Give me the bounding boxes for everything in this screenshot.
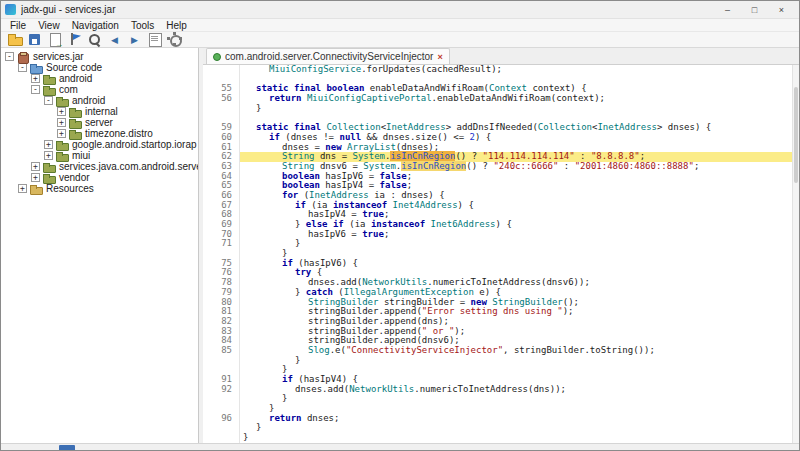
tree-item-timezone-distro[interactable]: +timezone.distro [1,128,198,139]
code-token: InetAddress [309,190,369,200]
expand-icon[interactable]: + [31,74,40,83]
code-token: dns [533,384,549,394]
code-token: { [581,83,586,93]
code-line[interactable]: } [239,239,799,249]
code-token: " or " [422,326,455,336]
expand-icon[interactable]: + [18,184,27,193]
search-icon[interactable] [86,32,103,47]
code-line[interactable]: if (hasIpV6) { [239,259,799,269]
code-row: 67if (ia instanceof Inet4Address) { [203,201,799,211]
search-match-token[interactable]: isInCnRegion [401,161,466,171]
log-viewer-icon[interactable] [146,32,163,47]
code-token: true [362,209,384,219]
tree-item-google-android-startop-iorap[interactable]: +google.android.startop.iorap [1,139,198,150]
code-token: } [256,103,261,113]
expand-icon[interactable]: + [31,173,40,182]
search-match-token[interactable]: isInCnRegion [390,151,455,161]
menu-tools[interactable]: Tools [126,20,159,31]
code-line[interactable]: return MiuiConfigCaptivePortal.enableDat… [239,94,799,104]
menu-bar: FileViewNavigationToolsHelp [1,19,799,32]
code-token: <= [453,132,464,142]
code-token: else [306,219,328,229]
code-token: cachedResult [426,65,491,74]
line-number: 96 [203,414,239,424]
tree-item-label: Source code [46,62,102,73]
tree-item-android[interactable]: -android [1,95,198,106]
code-token: "240c::6666" [493,161,558,171]
menu-file[interactable]: File [5,20,31,31]
back-icon[interactable]: ◀ [106,32,123,47]
status-bar [1,443,799,451]
code-token: } [295,238,300,248]
collapse-icon[interactable]: - [44,96,53,105]
export-icon[interactable] [46,32,63,47]
code-token: forUpdates [367,65,421,74]
forward-icon[interactable]: ▶ [126,32,143,47]
code-token: ); [454,326,465,336]
code-line[interactable]: } [239,356,799,366]
expand-icon[interactable]: + [44,140,53,149]
code-line[interactable]: Slog.e("ConnectivityServiceInjector", st… [239,346,799,356]
tree-item-com[interactable]: -com [1,84,198,95]
tab-connectivity-service-injector[interactable]: com.android.server.ConnectivityServiceIn… [206,48,450,64]
line-number: 85 [203,346,239,356]
open-file-icon[interactable] [6,32,23,47]
code-token: enableDataAndWifiRoam [437,93,551,103]
code-line[interactable]: MiuiConfigService.forUpdates(cachedResul… [239,65,799,75]
editor-scrollbar[interactable] [792,65,799,443]
tab-label: com.android.server.ConnectivityServiceIn… [225,51,433,62]
code-line[interactable]: hasIpV6 = true; [239,230,799,240]
expand-icon[interactable]: + [57,129,66,138]
settings-icon[interactable] [166,32,183,47]
code-token: new [471,297,487,307]
code-row: } [203,433,799,443]
package-icon [56,151,68,161]
expand-icon[interactable]: + [57,118,66,127]
tree-item-services-jar[interactable]: -services.jar [1,51,198,62]
code-line[interactable]: } [239,104,799,114]
code-token: final [294,122,321,132]
close-button[interactable]: × [768,2,795,18]
expand-icon[interactable]: + [44,151,53,160]
code-line[interactable]: } [239,423,799,433]
tree-item-miui[interactable]: +miui [1,150,198,161]
collapse-icon[interactable]: - [18,63,27,72]
code-token: Slog [308,345,330,355]
code-line[interactable]: } [239,433,799,443]
save-all-icon[interactable] [26,32,43,47]
collapse-icon[interactable]: - [5,52,14,61]
menu-view[interactable]: View [33,20,65,31]
code-line[interactable]: dnses.add(NetworkUtils.numericToInetAddr… [239,385,799,395]
code-line[interactable]: return dnses; [239,414,799,424]
code-token: () [466,161,477,171]
code-token: context [532,83,570,93]
tree-item-services-java-com-android-server-[interactable]: +services.java.com.android.server.. [1,161,198,172]
tree-item-label: google.android.startop.iorap [72,139,197,150]
tree-item-server[interactable]: +server [1,117,198,128]
tree-item-android[interactable]: +android [1,73,198,84]
tree-item-source-code[interactable]: -Source code [1,62,198,73]
collapse-icon[interactable]: - [31,85,40,94]
menu-navigation[interactable]: Navigation [67,20,124,31]
menu-help[interactable]: Help [161,20,192,31]
code-token: hasIpV4 [304,374,342,384]
code-line[interactable]: } [239,394,799,404]
expand-icon[interactable]: + [57,107,66,116]
flag-icon[interactable] [66,32,83,47]
maximize-button[interactable]: □ [741,2,768,18]
code-editor[interactable]: MiuiConfigService.forUpdates(cachedResul… [203,65,799,443]
tab-close-icon[interactable]: × [437,52,442,62]
minimize-button[interactable]: – [714,2,741,18]
code-token: { [486,132,491,142]
scrollbar-thumb[interactable] [794,87,798,183]
code-token: true [362,229,384,239]
tree-item-vendor[interactable]: +vendor [1,172,198,183]
expand-icon[interactable]: + [31,162,40,171]
code-token: MiuiConfigService [269,65,361,74]
code-token: IllegalArgumentException [344,287,474,297]
line-number [203,356,239,366]
code-token: dns [320,151,336,161]
tree-item-resources[interactable]: +Resources [1,183,198,194]
code-row: 92dnses.add(NetworkUtils.numericToInetAd… [203,385,799,395]
tree-item-internal[interactable]: +internal [1,106,198,117]
